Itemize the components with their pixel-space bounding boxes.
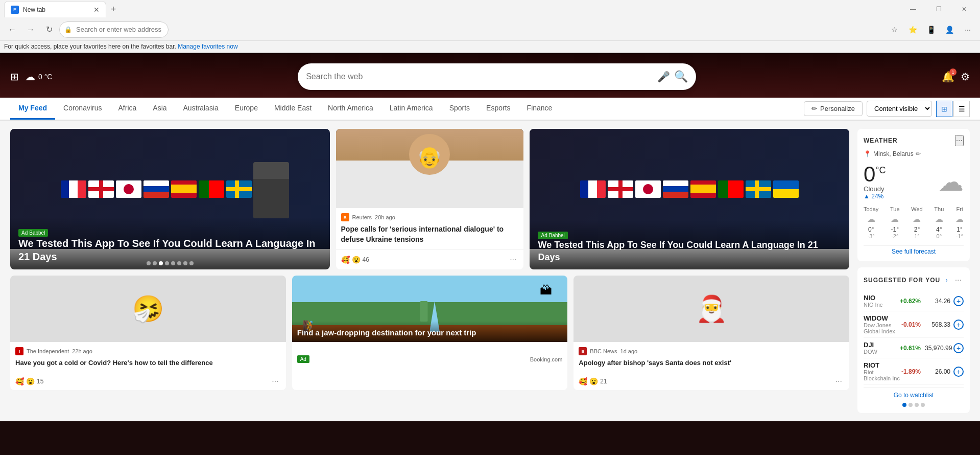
manage-favorites-link[interactable]: Manage favorites now [178,43,237,50]
nav-item-my-feed[interactable]: My Feed [10,98,55,120]
card-footer-travel: Ad Booking.com [292,352,568,366]
reaction-emoji-2: 😮 [352,256,361,264]
more-options-cold[interactable]: ··· [270,375,280,388]
stock-widow-add-button[interactable]: + [953,320,964,330]
stock-nio-add-button[interactable]: + [953,296,964,306]
tab-close-button[interactable]: ✕ [93,6,100,14]
favorites-bar: For quick access, place your favorites h… [0,41,980,53]
card-travel[interactable]: 🏔 🧗 Find a jaw-dropping destination for … [292,276,568,390]
flag-portugal [199,180,224,198]
nav-item-africa[interactable]: Africa [110,98,145,120]
forward-button[interactable]: → [22,21,39,38]
nav-item-latin-america[interactable]: Latin America [381,98,441,120]
personalize-button[interactable]: ✏ Personalize [804,101,863,116]
card-title-babbel-left: We Tested This App To See If You Could L… [18,237,322,263]
stock-riot-add-button[interactable]: + [953,367,964,377]
top-bar: ⊞ ☁ 0 °C 🎤 🔍 🔔 1 ⚙ [0,63,980,98]
source-time-bbc: 1d ago [620,348,638,354]
refresh-button[interactable]: ↻ [41,21,57,38]
nav-item-sports[interactable]: Sports [441,98,478,120]
stock-widow-ticker: WIDOW [864,314,901,322]
nav-item-middle-east[interactable]: Middle East [266,98,320,120]
minimize-button[interactable]: — [901,0,925,18]
card-santa[interactable]: 🎅 B BBC News 1d ago Apology after bishop… [573,276,849,390]
nav-item-north-america[interactable]: North America [320,98,381,120]
more-options-santa[interactable]: ··· [833,375,844,388]
cold-reaction-2: 😮 [26,377,35,385]
search-submit-icon[interactable]: 🔍 [674,70,688,83]
see-full-forecast-link[interactable]: See full forecast [864,245,964,255]
location-pin-icon: 📍 [864,150,871,157]
nav-item-esports[interactable]: Esports [478,98,518,120]
card-image-mountains: 🏔 🧗 Find a jaw-dropping destination for … [292,276,568,342]
go-to-watchlist-button[interactable]: Go to watchlist [864,387,964,399]
page-header: ⊞ ☁ 0 °C 🎤 🔍 🔔 1 ⚙ [0,53,980,98]
maximize-button[interactable]: ❐ [927,0,950,18]
favorites-button[interactable]: ☆ [886,21,902,38]
weather-edit-icon[interactable]: ✏ [916,150,921,157]
flag-russia [144,180,169,198]
app-grid-icon[interactable]: ⊞ [10,71,19,83]
weather-widget-title: WEATHER [864,137,898,144]
more-options-pope[interactable]: ··· [508,253,518,266]
card-body-travel [292,342,568,352]
header-temperature: 0 °C [38,73,52,81]
header-weather: ☁ 0 °C [25,71,52,83]
notification-badge: 1 [949,69,957,76]
card-source-independent: I The Independent 22h ago [15,347,281,355]
flag-england-r [608,180,633,198]
notification-button[interactable]: 🔔 1 [942,71,954,83]
collections-button[interactable]: 📱 [923,21,939,38]
nav-item-australasia[interactable]: Australasia [175,98,227,120]
pencil-icon: ✏ [811,105,817,112]
slide-dot-1 [147,261,151,265]
grid-view-button[interactable]: ⊞ [936,101,952,117]
settings-more-button[interactable]: ··· [960,21,976,38]
favorites-collections-button[interactable]: ⭐ [904,21,921,38]
top-bar-right: 🔔 1 ⚙ [942,71,970,83]
browser-tab[interactable]: E New tab ✕ [4,1,106,17]
close-button[interactable]: ✕ [952,0,976,18]
stock-nio-change: +0.62% [900,298,921,305]
santa-reaction-1: 🥰 [579,377,587,385]
slide-indicators [147,261,194,265]
search-input[interactable] [306,72,657,81]
forecast-fri: Fri ☁ 1° -1° [955,206,964,239]
profile-button[interactable]: 👤 [941,21,958,38]
browser-chrome: E New tab ✕ + — ❐ ✕ ← → ↻ 🔒 ☆ ⭐ 📱 👤 ··· … [0,0,980,53]
forecast-icon-tue: ☁ [890,214,900,224]
weather-precipitation: ▲ 24% [864,193,886,200]
page-settings-button[interactable]: ⚙ [961,71,970,83]
address-bar-container: 🔒 [59,21,884,38]
stocks-see-more[interactable]: › [945,277,947,284]
weather-temperature: 0 °C [864,164,886,185]
weather-widget-header: WEATHER ··· [864,135,964,146]
search-mic-icon[interactable]: 🎤 [657,71,670,83]
card-ad-babbel-left[interactable]: Ad Babbel We Tested This App To See If Y… [10,129,330,269]
source-time-reuters: 20h ago [375,214,395,220]
card-cold[interactable]: 🤧 I The Independent 22h ago Have you got… [10,276,286,390]
stocks-more-button[interactable]: ··· [953,274,964,287]
card-ad-babbel-right[interactable]: Ad Babbel We Tested This App To See If Y… [530,129,849,269]
nav-item-asia[interactable]: Asia [145,98,175,120]
content-visible-select[interactable]: Content visible [867,101,932,117]
card-image-cold: 🤧 [10,276,286,342]
flag-spain-r [690,180,716,198]
weather-more-button[interactable]: ··· [955,135,964,146]
stock-dji-price: 35,970.99 [925,345,950,352]
search-box: 🎤 🔍 [298,63,696,90]
toolbar-actions: ☆ ⭐ 📱 👤 ··· [886,21,976,38]
new-tab-button[interactable]: + [106,2,121,16]
independent-logo: I [15,347,23,355]
nav-item-coronavirus[interactable]: Coronavirus [55,98,110,120]
address-bar[interactable] [59,21,169,38]
nav-item-finance[interactable]: Finance [519,98,561,120]
card-pope[interactable]: 👴 R Reuters 20h ago Pope calls for 'seri… [336,129,524,269]
cold-reaction-1: 🥰 [15,377,24,385]
stock-dji-add-button[interactable]: + [953,343,964,353]
list-view-button[interactable]: ☰ [953,101,970,117]
weather-location-text: Minsk, Belarus [873,150,914,157]
back-button[interactable]: ← [4,21,20,38]
nav-item-europe[interactable]: Europe [227,98,266,120]
weather-cloud-icon: ☁ [938,167,964,197]
